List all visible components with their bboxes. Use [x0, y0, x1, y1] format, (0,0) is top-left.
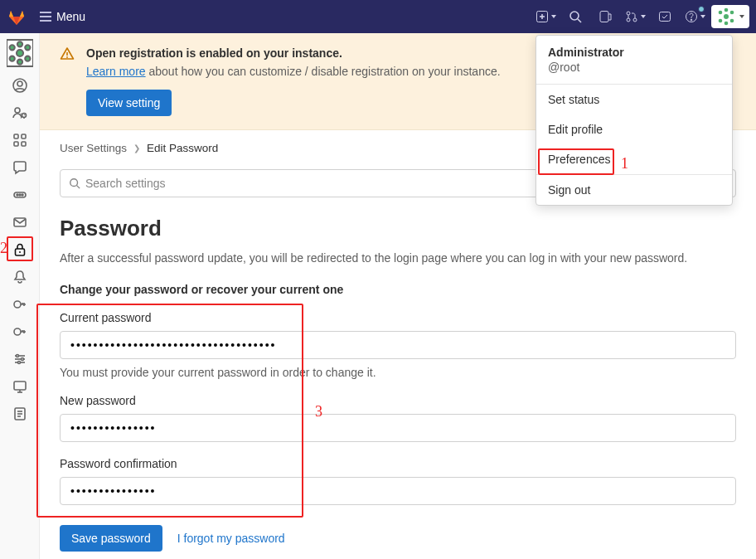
- svg-point-19: [724, 22, 729, 26]
- svg-point-13: [724, 14, 729, 19]
- hamburger-icon: [40, 12, 51, 22]
- svg-point-21: [17, 50, 23, 56]
- sidebar-item-emails[interactable]: [7, 209, 33, 236]
- svg-point-8: [633, 18, 637, 22]
- create-new-button[interactable]: [532, 4, 559, 29]
- svg-point-16: [719, 19, 723, 23]
- new-password-label: New password: [60, 394, 736, 407]
- search-icon: [69, 177, 80, 189]
- breadcrumb-root[interactable]: User Settings: [60, 142, 127, 154]
- gitlab-logo-icon[interactable]: [7, 7, 27, 27]
- svg-rect-35: [22, 142, 26, 146]
- current-password-group: Current password You must provide your c…: [60, 311, 736, 379]
- sidebar-item-access-tokens[interactable]: [7, 182, 33, 208]
- main-menu-button[interactable]: Menu: [33, 7, 92, 27]
- svg-point-59: [66, 56, 68, 58]
- svg-point-15: [730, 11, 734, 15]
- sidebar-item-notifications[interactable]: [7, 264, 33, 290]
- svg-point-50: [17, 362, 20, 364]
- caret-down-icon: [739, 15, 744, 18]
- sidebar-item-account[interactable]: [7, 100, 33, 126]
- sidebar-item-authentication-log[interactable]: [7, 401, 33, 427]
- caret-down-icon: [700, 15, 705, 18]
- current-password-input[interactable]: [60, 331, 736, 359]
- menu-item-set-status[interactable]: Set status: [536, 85, 732, 114]
- current-password-hint: You must provide your current password i…: [60, 366, 736, 379]
- user-dropdown-header: Administrator @root: [536, 36, 732, 85]
- svg-point-29: [17, 81, 22, 86]
- svg-point-6: [627, 12, 630, 15]
- menu-item-edit-profile[interactable]: Edit profile: [536, 114, 732, 144]
- view-setting-button[interactable]: View setting: [86, 90, 172, 116]
- caret-down-icon: [551, 15, 556, 18]
- confirm-password-input[interactable]: [60, 477, 736, 505]
- svg-point-31: [22, 114, 26, 118]
- alert-title: Open registration is enabled on your ins…: [86, 46, 342, 60]
- top-bar: Menu: [0, 0, 756, 33]
- svg-point-39: [22, 194, 23, 196]
- svg-point-27: [17, 60, 22, 65]
- sidebar-avatar[interactable]: [7, 40, 33, 66]
- new-password-input[interactable]: [60, 414, 736, 442]
- svg-rect-51: [14, 382, 26, 390]
- svg-point-43: [14, 301, 21, 308]
- menu-item-preferences[interactable]: Preferences: [536, 144, 732, 175]
- save-password-button[interactable]: Save password: [60, 525, 162, 552]
- top-bar-right: [532, 4, 749, 29]
- svg-point-7: [627, 18, 630, 22]
- svg-point-25: [25, 56, 30, 61]
- confirm-password-group: Password confirmation: [60, 457, 736, 505]
- svg-rect-32: [14, 134, 18, 139]
- sidebar-item-password[interactable]: [7, 236, 33, 263]
- svg-point-37: [17, 194, 18, 196]
- sidebar-item-chat[interactable]: [7, 154, 33, 181]
- menu-item-sign-out[interactable]: Sign out: [536, 175, 732, 205]
- sidebar-item-applications[interactable]: [7, 127, 33, 153]
- page-description: After a successful password update, you …: [60, 251, 736, 265]
- sidebar-item-gpg-keys[interactable]: [7, 318, 33, 345]
- svg-line-4: [578, 19, 581, 22]
- sidebar-item-active-sessions[interactable]: [7, 373, 33, 400]
- chevron-right-icon: ❯: [133, 143, 140, 153]
- sidebar-item-ssh-keys[interactable]: [7, 291, 33, 318]
- settings-sidebar: [0, 33, 40, 559]
- svg-point-24: [9, 56, 14, 61]
- menu-label: Menu: [56, 10, 85, 23]
- caret-down-icon: [641, 15, 646, 18]
- svg-point-22: [9, 45, 14, 50]
- forgot-password-link[interactable]: I forgot my password: [177, 532, 285, 545]
- form-actions: Save password I forgot my password: [60, 525, 736, 552]
- search-button[interactable]: [562, 4, 589, 29]
- current-password-label: Current password: [60, 311, 736, 324]
- svg-point-14: [719, 11, 723, 15]
- svg-point-30: [15, 108, 20, 113]
- user-dropdown: Administrator @root Set status Edit prof…: [536, 35, 733, 206]
- svg-point-60: [70, 179, 78, 187]
- alert-text: Learn more about how you can customize /…: [86, 65, 501, 78]
- issues-button[interactable]: [592, 4, 618, 29]
- svg-point-17: [730, 19, 734, 23]
- new-password-group: New password: [60, 394, 736, 442]
- todos-button[interactable]: [652, 4, 678, 29]
- svg-line-61: [77, 186, 80, 189]
- alert-body: Open registration is enabled on your ins…: [86, 46, 501, 116]
- svg-point-38: [19, 194, 21, 196]
- svg-point-49: [21, 358, 23, 361]
- page-subtitle: Change your password or recover your cur…: [60, 283, 736, 296]
- merge-requests-button[interactable]: [622, 4, 648, 29]
- svg-point-44: [14, 328, 21, 335]
- alert-desc-tail: about how you can customize / disable re…: [146, 65, 501, 78]
- user-avatar-button[interactable]: [711, 5, 749, 28]
- sidebar-item-profile[interactable]: [7, 72, 33, 99]
- page-title: Password: [60, 216, 736, 241]
- breadcrumb-current: Edit Password: [147, 142, 218, 154]
- svg-point-18: [724, 8, 729, 12]
- svg-rect-40: [14, 218, 26, 226]
- learn-more-link[interactable]: Learn more: [86, 65, 146, 78]
- help-button[interactable]: [681, 4, 708, 29]
- avatar-icon: [7, 39, 33, 67]
- svg-point-11: [691, 19, 692, 21]
- user-name: Administrator: [548, 46, 720, 59]
- sidebar-item-preferences[interactable]: [7, 346, 33, 372]
- svg-point-48: [16, 355, 18, 357]
